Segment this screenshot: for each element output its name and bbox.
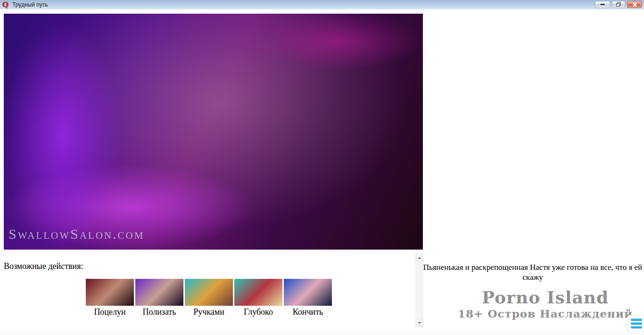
scene-watermark: SwallowSalon.com [8, 226, 144, 242]
action-thumbnail[interactable] [185, 279, 233, 306]
actions-thumbnail-row: Поцелуи Полизать Ручками Глубоко Кончить [86, 279, 332, 317]
action-thumbnail[interactable] [234, 279, 282, 306]
titlebar[interactable]: Q Трудный путь [0, 0, 644, 9]
scene-image: SwallowSalon.com [4, 14, 423, 250]
restore-button[interactable] [612, 1, 625, 8]
actions-heading: Возможные действия: [4, 261, 83, 271]
close-icon [632, 2, 637, 7]
action-thumbnail[interactable] [135, 279, 183, 306]
scroll-down-button[interactable] [416, 319, 423, 327]
scene-description: Пьяненькая и раскрепощенная Настя уже го… [423, 262, 643, 282]
action-label[interactable]: Кончить [284, 307, 332, 317]
list-bar-icon [631, 318, 642, 321]
logo-title: Porno Island [458, 287, 633, 307]
action-thumbnail[interactable] [86, 279, 134, 306]
action-item[interactable]: Поцелуи [86, 279, 134, 317]
action-item[interactable]: Полизать [135, 279, 183, 317]
app-icon: Q [2, 1, 8, 8]
window-bottom-border [0, 331, 644, 335]
action-item[interactable]: Кончить [284, 279, 332, 317]
list-bar-icon [631, 326, 642, 328]
window-title: Трудный путь [12, 1, 48, 8]
game-logo: Porno Island 18+ Остров Наслаждений [458, 287, 633, 320]
actions-scrollbar[interactable] [415, 253, 423, 327]
scroll-up-button[interactable] [416, 254, 423, 261]
action-item[interactable]: Глубоко [234, 279, 282, 317]
action-label[interactable]: Поцелуи [86, 307, 134, 317]
action-thumbnail[interactable] [284, 279, 332, 306]
arrow-down-icon [418, 322, 421, 324]
minimize-icon [600, 4, 605, 5]
close-button[interactable] [627, 1, 642, 8]
action-item[interactable]: Ручками [185, 279, 233, 317]
list-bar-icon [631, 322, 642, 325]
arrow-up-icon [418, 257, 421, 259]
list-icon [627, 315, 644, 331]
restore-icon [616, 2, 621, 7]
minimize-button[interactable] [595, 1, 610, 8]
action-label[interactable]: Полизать [135, 307, 183, 317]
action-label[interactable]: Ручками [185, 307, 233, 317]
logo-subtitle: 18+ Остров Наслаждений [458, 307, 633, 320]
window-controls [595, 1, 642, 8]
action-label[interactable]: Глубоко [234, 307, 282, 317]
